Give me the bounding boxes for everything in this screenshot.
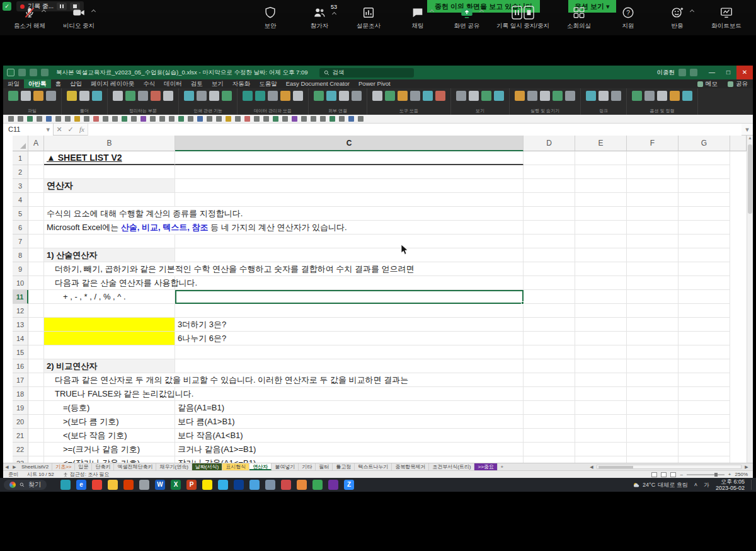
ribbon-button-icon[interactable] (632, 91, 642, 101)
qat-command-icon[interactable] (329, 116, 335, 122)
cell-A4[interactable] (28, 193, 44, 207)
cell-B11[interactable]: + , - , * , / , % , ^ . (44, 290, 175, 304)
ribbon-tab-삽입[interactable]: 삽입 (66, 79, 86, 88)
row-header-17[interactable]: 17 (13, 373, 28, 387)
ribbon-button-icon[interactable] (209, 91, 219, 101)
taskbar-icon-kakaotalk[interactable] (202, 480, 212, 490)
row-header-6[interactable]: 6 (13, 221, 28, 235)
insert-function-icon[interactable]: fx (76, 125, 88, 133)
row-header-11[interactable]: 11 (13, 290, 28, 304)
row-header-5[interactable]: 5 (13, 207, 28, 221)
cell-F6[interactable] (627, 221, 679, 235)
ribbon-tab-파일[interactable]: 파일 (3, 79, 24, 88)
cell-F17[interactable] (627, 373, 679, 387)
qat-command-icon[interactable] (311, 116, 316, 122)
cell-E14[interactable] (575, 332, 627, 345)
ribbon-tab-자동화[interactable]: 자동화 (228, 79, 255, 88)
taskbar-icon-hancom[interactable] (234, 480, 244, 490)
cell-E10[interactable] (575, 276, 627, 290)
cell-B19[interactable]: =(등호) (44, 401, 175, 415)
qat-command-icon[interactable] (159, 116, 165, 122)
column-header-G[interactable]: G (679, 136, 730, 151)
reactions-chevron-icon[interactable] (690, 9, 694, 14)
cell-F2[interactable] (627, 165, 679, 179)
cell-G13[interactable] (679, 318, 730, 332)
cell-A18[interactable] (28, 387, 44, 401)
sheet-tab-엑셀전체단축키[interactable]: 엑셀전체단축키 (114, 463, 156, 470)
cell-F12[interactable] (627, 304, 679, 318)
ribbon-button-icon[interactable] (151, 91, 161, 101)
taskbar-icon-chrome[interactable] (92, 480, 102, 490)
qat-command-icon[interactable] (178, 116, 184, 122)
cell-B3[interactable]: 연산자 (44, 179, 175, 193)
ribbon-tab-도움말[interactable]: 도움말 (255, 79, 282, 88)
qat-command-icon[interactable] (226, 116, 231, 122)
ribbon-button-icon[interactable] (372, 91, 382, 101)
cell-G16[interactable] (679, 359, 730, 373)
ribbon-button-icon[interactable] (67, 91, 77, 101)
ribbon-tab-아반톡[interactable]: 아반톡 (24, 79, 51, 88)
cell-B1[interactable]: ▲ SHEET LIST V2 (44, 151, 175, 165)
cell-A9[interactable] (28, 262, 44, 276)
cell-B14[interactable] (44, 332, 175, 345)
cell-G5[interactable] (679, 207, 730, 221)
formula-bar-expand-icon[interactable]: ▾ (742, 125, 753, 134)
cell-F22[interactable] (627, 443, 679, 456)
cell-A11[interactable] (28, 290, 44, 304)
ribbon-button-icon[interactable] (469, 91, 479, 101)
taskbar-icon-edge[interactable]: e (76, 480, 86, 490)
share-screen-button[interactable]: 화면 공유 (442, 5, 491, 30)
video-options-chevron-icon[interactable] (91, 9, 96, 14)
sheet-tab-scroll-left-icon[interactable]: ◀ (3, 463, 11, 470)
ribbon-button-icon[interactable] (184, 91, 194, 101)
cell-A2[interactable] (28, 165, 44, 179)
row-header-12[interactable]: 12 (13, 304, 28, 318)
qat-command-icon[interactable] (112, 116, 118, 122)
ribbon-button-icon[interactable] (326, 91, 336, 101)
ribbon-options-icon[interactable] (690, 69, 697, 76)
qat-command-icon[interactable] (131, 116, 137, 122)
cell-C20[interactable]: 보다 큼(A1>B1) (175, 415, 524, 429)
ribbon-button-icon[interactable] (515, 91, 525, 101)
cell-C7[interactable] (175, 235, 524, 248)
cell-F4[interactable] (627, 193, 679, 207)
cell-A5[interactable] (28, 207, 44, 221)
accessibility-status[interactable]: 접근성: 조사 필요 (70, 471, 110, 478)
taskbar-icon-drive[interactable] (312, 480, 323, 490)
qat-command-icon[interactable] (150, 116, 156, 122)
qat-command-icon[interactable] (282, 116, 288, 122)
qat-command-icon[interactable] (235, 116, 241, 122)
normal-view-icon[interactable] (651, 472, 657, 477)
cell-E20[interactable] (575, 415, 627, 429)
cell-G17[interactable] (679, 373, 730, 387)
row-header-4[interactable]: 4 (13, 193, 28, 207)
cell-D3[interactable] (524, 179, 575, 193)
cell-F7[interactable] (627, 235, 679, 248)
taskbar-icon-word[interactable]: W (155, 480, 165, 490)
cell-D20[interactable] (524, 415, 575, 429)
polls-button[interactable]: 설문조사 (344, 5, 393, 30)
column-header-C[interactable]: C (175, 136, 524, 151)
cell-G12[interactable] (679, 304, 730, 318)
ribbon-button-icon[interactable] (657, 91, 667, 101)
security-button[interactable]: 보안 (246, 5, 295, 30)
ribbon-button-icon[interactable] (481, 91, 491, 101)
taskbar-icon-settings[interactable] (139, 480, 149, 490)
cell-B17[interactable]: 다음과 같은 연산자로 두 개의 값을 비교할 수 있습니다. 이러한 연산자로… (44, 373, 175, 387)
cell-B12[interactable] (44, 304, 175, 318)
weather-widget[interactable]: 24°C대체로 흐림 (633, 481, 688, 489)
close-button[interactable]: ✕ (736, 66, 753, 79)
cell-E21[interactable] (575, 429, 627, 443)
cell-D16[interactable] (524, 359, 575, 373)
cell-F13[interactable] (627, 318, 679, 332)
cell-D18[interactable] (524, 387, 575, 401)
cell-E19[interactable] (575, 401, 627, 415)
cell-C15[interactable] (175, 345, 524, 359)
ribbon-button-icon[interactable] (410, 91, 420, 101)
share-button[interactable]: 공유 (723, 80, 753, 88)
cell-G3[interactable] (679, 179, 730, 193)
cell-E4[interactable] (575, 193, 627, 207)
taskbar-icon-notepad[interactable] (265, 480, 275, 490)
taskbar-icon-explorer[interactable] (249, 480, 260, 490)
ribbon-button-icon[interactable] (598, 91, 609, 101)
